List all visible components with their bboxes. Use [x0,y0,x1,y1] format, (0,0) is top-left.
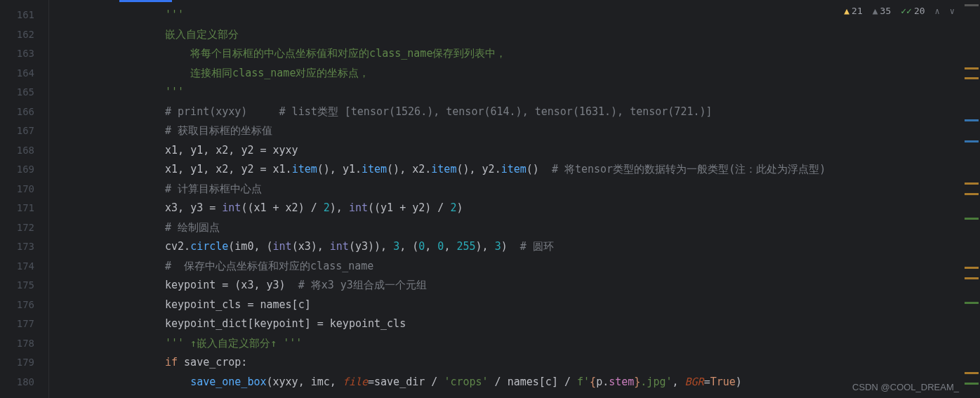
code-token: x1 [273,163,286,175]
line-number-gutter: 1611621631641651661671681691701711721731… [0,0,49,398]
code-token: (), [456,163,482,175]
code-token: , ( [253,240,272,253]
code-line[interactable]: x1, y1, x2, y2 = xyxy [119,141,963,161]
code-line[interactable]: keypoint_cls = names[c] [119,296,963,315]
code-line[interactable]: # 获取目标框的坐标值 [119,121,963,141]
code-line[interactable]: keypoint = (x3, y3) # 将x3 y3组合成一个元组 [119,276,963,296]
minimap-marker[interactable] [965,77,979,79]
minimap-marker[interactable] [965,140,979,142]
code-line[interactable]: # 绘制圆点 [119,218,963,238]
code-token: = [253,163,272,175]
line-number: 175 [0,276,48,296]
minimap-marker[interactable] [965,277,979,279]
weak-warning-icon: ▲ [873,6,878,16]
minimap-marker[interactable] [965,218,979,220]
code-token: # 绘制圆点 [165,221,220,234]
code-token: ) [736,376,742,388]
code-token: , [178,163,190,175]
code-line[interactable]: x3, y3 = int((x1 + x2) / 2), int((y1 + y… [119,199,963,218]
code-token: , ( [399,240,418,253]
line-number: 168 [0,141,48,161]
code-token: True [710,376,736,388]
code-token: x2 [216,144,228,157]
code-token: file [343,376,368,388]
code-token: , [298,376,311,388]
next-highlight-button[interactable]: ∨ [950,6,955,16]
code-token: y1 [190,144,203,157]
code-token: # 将tensor类型的数据转为一般类型(注：此处为浮点型) [552,163,826,175]
code-token: (( [368,201,380,214]
code-line[interactable]: ''' ↑嵌入自定义部分↑ ''' [119,334,963,354]
typos-item[interactable]: ✓✓ 20 [901,6,925,16]
code-token: = [253,144,272,157]
code-token: item [292,163,317,175]
code-line[interactable]: ''' [119,6,963,25]
code-line[interactable]: x1, y1, x2, y2 = x1.item(), y1.item(), x… [119,160,963,180]
code-token: )), [368,240,393,253]
warnings-gray-item[interactable]: ▲ 35 [873,6,891,16]
line-number: 171 [0,199,48,218]
minimap-marker[interactable] [965,372,979,374]
code-token: xyxy [273,376,298,388]
code-line[interactable]: # print(xyxy) # list类型 [tensor(1526.), t… [119,102,963,122]
code-line[interactable]: keypoint_dict[keypoint] = keypoint_cls [119,314,963,334]
code-token: , [203,144,216,157]
code-token: 2 [324,201,330,214]
minimap-marker[interactable] [965,183,979,185]
code-token: # 计算目标框中心点 [165,183,262,195]
warnings-yellow-item[interactable]: ▲ 21 [844,6,862,16]
editor-container: 1611621631641651661671681691701711721731… [0,0,980,398]
code-token: , [673,376,685,388]
line-number: 166 [0,102,48,122]
line-number: 177 [0,314,48,334]
code-token: # 将x3 y3组合成一个元组 [298,279,427,291]
code-token: int [349,201,368,214]
minimap-marker[interactable] [965,119,979,121]
line-number: 165 [0,83,48,102]
code-token: f' [577,376,590,388]
code-token: y2 [241,163,253,175]
code-token: , [425,240,437,253]
code-line[interactable]: 连接相同class_name对应的坐标点， [119,64,963,84]
minimap-marker[interactable] [965,4,979,6]
code-token: circle [190,240,228,253]
code-token: , [228,144,241,157]
code-token: ( [267,376,273,388]
code-line[interactable]: ''' [119,83,963,102]
code-line[interactable]: save_one_box(xyxy, imc, file=save_dir / … [119,373,963,392]
code-token: , [228,163,241,175]
minimap-marker[interactable] [965,267,979,269]
line-number: 179 [0,353,48,373]
code-line[interactable]: 将每个目标框的中心点坐标值和对应的class_name保存到列表中， [119,44,963,64]
minimap-marker[interactable] [965,193,979,195]
code-token: y1 [190,163,203,175]
code-token: save_crop: [184,356,247,369]
code-line[interactable]: cv2.circle(im0, (int(x3), int(y3)), 3, (… [119,237,963,257]
code-line[interactable]: # 计算目标框中心点 [119,180,963,199]
minimap-marker[interactable] [965,67,979,69]
code-token: = [704,376,710,388]
code-token: item [431,163,456,175]
code-token: . [286,163,292,175]
code-line[interactable]: 嵌入自定义部分 [119,25,963,45]
fold-gutter[interactable] [49,0,119,398]
code-token: } [634,376,640,388]
code-token: = [203,201,222,214]
code-token: y3 [190,201,203,214]
prev-highlight-button[interactable]: ∧ [935,6,940,16]
code-line[interactable]: # 保存中心点坐标值和对应的class_name [119,257,963,277]
error-stripe-minimap[interactable] [963,0,980,398]
code-token: 'crops' [444,376,488,388]
code-token: p [596,376,602,388]
horizontal-scrollbar[interactable] [49,391,963,398]
code-line[interactable]: if save_crop: [119,353,963,373]
minimap-marker[interactable] [965,302,979,304]
code-editor[interactable]: '''嵌入自定义部分 将每个目标框的中心点坐标值和对应的class_name保存… [119,0,963,398]
code-token: stem [609,376,634,388]
code-token: imc [311,376,330,388]
code-token: x2 [412,163,425,175]
code-token: () [527,163,552,175]
code-token: int [330,240,349,253]
code-token: x1 [165,144,178,157]
minimap-marker[interactable] [965,383,979,385]
